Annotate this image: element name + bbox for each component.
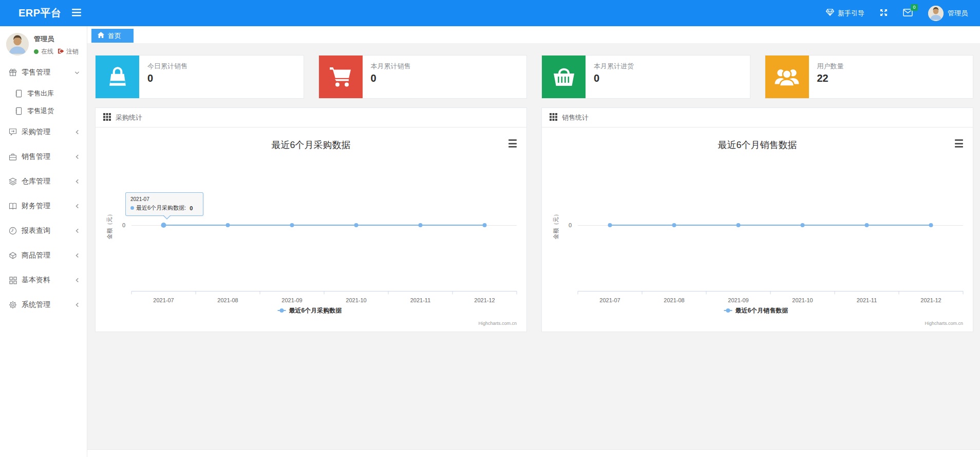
sidebar-item-basic[interactable]: 基本资料 — [0, 268, 87, 293]
chart-area: 最近6个月销售数据金额（元）02021-072021-082021-092021… — [542, 127, 973, 332]
chevron-left-icon — [75, 302, 80, 307]
svg-text:0: 0 — [569, 222, 572, 228]
svg-text:0: 0 — [122, 222, 125, 228]
th-large-icon — [9, 277, 17, 284]
tooltip-value: 0 — [190, 205, 193, 211]
page-footer — [87, 449, 980, 457]
sidebar-toggle-button[interactable] — [72, 9, 81, 18]
sidebar-menu: 零售管理零售出库零售退货采购管理销售管理仓库管理财务管理报表查询商品管理基本资料… — [0, 60, 87, 317]
svg-text:2021-09: 2021-09 — [281, 297, 302, 303]
mail-badge: 0 — [911, 4, 918, 11]
main-content: 首页 今日累计销售0本月累计销售0本月累计进货0用户数量22 采购统计最近6个月… — [87, 26, 980, 457]
online-status-label: 在线 — [41, 47, 53, 56]
top-navbar: ERP平台 新手引导 0 管理员 — [0, 0, 980, 26]
journal-icon — [14, 107, 23, 115]
user-name: 管理员 — [948, 9, 968, 18]
chevron-left-icon — [75, 204, 80, 209]
stat-card-month-purchase: 本月累计进货0 — [541, 55, 750, 99]
hamburger-icon — [72, 9, 81, 18]
sidebar-item-label: 财务管理 — [22, 202, 50, 211]
sidebar-item-sales[interactable]: 销售管理 — [0, 144, 87, 169]
svg-text:2021-07: 2021-07 — [153, 297, 174, 303]
stat-card-value: 0 — [371, 72, 411, 84]
sidebar-item-retail-out[interactable]: 零售出库 — [0, 85, 87, 102]
chevron-left-icon — [75, 278, 80, 283]
book-open-icon — [9, 203, 17, 210]
layers-icon — [9, 177, 17, 186]
fullscreen-icon — [880, 9, 888, 18]
messages-button[interactable]: 0 — [903, 9, 913, 18]
stat-card-label: 今日累计销售 — [147, 62, 187, 71]
shopping-bag-icon — [96, 56, 139, 98]
journal-icon — [14, 89, 23, 98]
panel-sales-stats: 销售统计最近6个月销售数据金额（元）02021-072021-082021-09… — [541, 107, 973, 332]
home-icon — [98, 32, 104, 40]
online-status-icon — [34, 49, 39, 54]
profile-avatar[interactable] — [6, 33, 29, 56]
svg-text:金额（元）: 金额（元） — [106, 211, 112, 240]
user-menu[interactable]: 管理员 — [928, 6, 968, 21]
svg-text:2021-08: 2021-08 — [664, 297, 684, 303]
svg-text:2021-12: 2021-12 — [920, 297, 941, 303]
gear-icon — [9, 301, 17, 309]
fullscreen-button[interactable] — [880, 9, 888, 18]
svg-text:最近6个月销售数据: 最近6个月销售数据 — [718, 140, 797, 150]
chart-tooltip: 2021-07最近6个月采购数据: 0 — [125, 192, 203, 216]
stat-card-label: 本月累计进货 — [594, 62, 634, 71]
chevron-left-icon — [75, 179, 80, 184]
sidebar-item-report[interactable]: 报表查询 — [0, 218, 87, 243]
svg-text:2021-11: 2021-11 — [857, 297, 877, 303]
guide-link[interactable]: 新手引导 — [826, 9, 864, 18]
guide-label: 新手引导 — [838, 9, 864, 18]
tab-home[interactable]: 首页 — [91, 29, 134, 43]
sidebar-item-finance[interactable]: 财务管理 — [0, 194, 87, 218]
logout-label: 注销 — [66, 47, 79, 56]
svg-text:最近6个月采购数据: 最近6个月采购数据 — [271, 140, 350, 150]
line-chart: 最近6个月采购数据金额（元）02021-072021-082021-092021… — [96, 127, 526, 332]
sidebar-item-label: 销售管理 — [22, 152, 50, 161]
svg-text:2021-10: 2021-10 — [792, 297, 813, 303]
svg-text:2021-08: 2021-08 — [217, 297, 238, 303]
sidebar-item-purchase[interactable]: 采购管理 — [0, 120, 87, 144]
sidebar: 管理员 在线 注销 零售管理零售出库零售退货采购管理销售管理仓库管理财务管理报表… — [0, 26, 87, 457]
briefcase-icon — [9, 153, 17, 161]
svg-text:最近6个月采购数据: 最近6个月采购数据 — [289, 307, 342, 314]
stat-card-month-sales: 本月累计销售0 — [318, 55, 527, 99]
sidebar-item-retail-return[interactable]: 零售退货 — [0, 102, 87, 120]
sidebar-item-label: 采购管理 — [22, 127, 50, 137]
panel-purchase-stats: 采购统计最近6个月采购数据金额（元）02021-072021-082021-09… — [95, 107, 527, 332]
sidebar-item-system[interactable]: 系统管理 — [0, 293, 87, 317]
charts-row: 采购统计最近6个月采购数据金额（元）02021-072021-082021-09… — [87, 99, 980, 332]
stat-card-user-count: 用户数量22 — [765, 55, 974, 99]
logout-button[interactable]: 注销 — [58, 47, 79, 56]
profile-name: 管理员 — [34, 34, 79, 44]
chart-export-menu-button[interactable] — [507, 139, 518, 148]
grid-icon — [550, 113, 557, 122]
chart-export-menu-button[interactable] — [953, 139, 965, 148]
sidebar-item-label: 系统管理 — [22, 300, 50, 309]
grid-icon — [103, 113, 111, 122]
gift-icon — [9, 68, 17, 77]
panel-title: 销售统计 — [562, 113, 589, 122]
sidebar-item-goods[interactable]: 商品管理 — [0, 243, 87, 268]
svg-text:Highcharts.com.cn: Highcharts.com.cn — [925, 321, 963, 326]
gem-icon — [826, 9, 834, 17]
comment-arrow-icon — [9, 128, 17, 136]
chart-area: 最近6个月采购数据金额（元）02021-072021-082021-092021… — [96, 127, 526, 332]
brand-logo[interactable]: ERP平台 — [0, 6, 62, 20]
sidebar-item-label: 零售管理 — [22, 68, 50, 77]
sidebar-item-retail[interactable]: 零售管理 — [0, 60, 87, 85]
breadcrumb: 首页 — [87, 26, 980, 43]
svg-text:2021-11: 2021-11 — [410, 297, 431, 303]
stat-cards-row: 今日累计销售0本月累计销售0本月累计进货0用户数量22 — [87, 43, 980, 99]
chevron-left-icon — [75, 228, 80, 233]
stat-card-label: 用户数量 — [817, 62, 844, 71]
clock-icon — [9, 227, 17, 235]
tab-home-label: 首页 — [108, 31, 121, 41]
svg-text:2021-10: 2021-10 — [346, 297, 366, 303]
svg-text:2021-12: 2021-12 — [474, 297, 495, 303]
sidebar-item-warehouse[interactable]: 仓库管理 — [0, 169, 87, 194]
sign-out-icon — [58, 48, 64, 56]
stat-card-value: 0 — [147, 72, 187, 84]
svg-text:2021-09: 2021-09 — [728, 297, 748, 303]
